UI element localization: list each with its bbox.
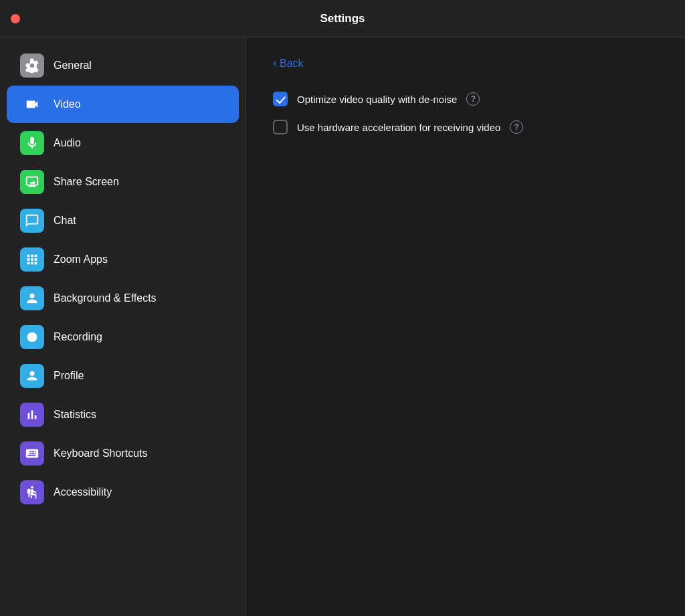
back-button[interactable]: ‹ Back xyxy=(273,56,304,70)
close-button[interactable] xyxy=(11,14,20,23)
sidebar-item-background[interactable]: Background & Effects xyxy=(7,280,239,317)
sidebar-item-zoom-apps-label: Zoom Apps xyxy=(54,253,108,266)
recording-icon xyxy=(20,325,44,349)
sidebar-item-video-label: Video xyxy=(54,98,81,110)
video-icon xyxy=(20,92,44,116)
hwaccel-checkbox[interactable] xyxy=(273,120,288,134)
statistics-icon xyxy=(20,403,44,427)
sidebar: General Video Audio Share Screen xyxy=(0,37,246,616)
content-area: ‹ Back Optimize video quality with de-no… xyxy=(246,37,685,616)
sidebar-item-chat[interactable]: Chat xyxy=(7,202,239,239)
hwaccel-info-icon[interactable]: ? xyxy=(510,120,523,134)
sidebar-item-statistics-label: Statistics xyxy=(54,409,96,421)
sidebar-item-background-label: Background & Effects xyxy=(54,292,157,304)
sidebar-item-general-label: General xyxy=(54,60,92,72)
denoise-info-icon[interactable]: ? xyxy=(466,92,480,106)
sidebar-item-profile-label: Profile xyxy=(54,370,84,382)
sidebar-item-statistics[interactable]: Statistics xyxy=(7,396,239,433)
sidebar-item-recording[interactable]: Recording xyxy=(7,318,239,356)
sidebar-item-profile[interactable]: Profile xyxy=(7,357,239,395)
profile-icon xyxy=(20,364,44,388)
denoise-checkbox[interactable] xyxy=(273,92,288,106)
option-row-denoise: Optimize video quality with de-noise ? xyxy=(273,92,658,106)
back-chevron-icon: ‹ xyxy=(273,56,277,70)
back-label: Back xyxy=(280,58,304,70)
sidebar-item-audio[interactable]: Audio xyxy=(7,124,239,162)
svg-point-1 xyxy=(31,486,33,489)
sidebar-item-keyboard-label: Keyboard Shortcuts xyxy=(54,447,148,459)
sidebar-item-recording-label: Recording xyxy=(54,331,102,343)
zoom-apps-icon xyxy=(20,247,44,272)
denoise-label: Optimize video quality with de-noise xyxy=(297,94,457,105)
window-title: Settings xyxy=(320,12,365,25)
share-screen-icon xyxy=(20,170,44,194)
sidebar-item-chat-label: Chat xyxy=(54,215,76,227)
sidebar-item-zoom-apps[interactable]: Zoom Apps xyxy=(7,241,239,278)
background-icon xyxy=(20,286,44,310)
video-options-list: Optimize video quality with de-noise ? U… xyxy=(273,92,658,134)
main-layout: General Video Audio Share Screen xyxy=(0,37,685,616)
accessibility-icon xyxy=(20,480,44,504)
sidebar-item-accessibility[interactable]: Accessibility xyxy=(7,474,239,511)
sidebar-item-audio-label: Audio xyxy=(54,137,81,149)
sidebar-item-video[interactable]: Video xyxy=(7,86,239,123)
hwaccel-label: Use hardware acceleration for receiving … xyxy=(297,122,500,133)
chat-icon xyxy=(20,209,44,233)
audio-icon xyxy=(20,131,44,155)
svg-point-0 xyxy=(27,332,37,342)
traffic-lights xyxy=(11,14,20,23)
keyboard-icon xyxy=(20,441,44,466)
sidebar-item-keyboard[interactable]: Keyboard Shortcuts xyxy=(7,435,239,472)
general-icon xyxy=(20,54,44,78)
sidebar-item-share-screen-label: Share Screen xyxy=(54,176,119,188)
title-bar: Settings xyxy=(0,0,685,37)
option-row-hwaccel: Use hardware acceleration for receiving … xyxy=(273,120,658,134)
sidebar-item-general[interactable]: General xyxy=(7,47,239,84)
sidebar-item-share-screen[interactable]: Share Screen xyxy=(7,163,239,201)
sidebar-item-accessibility-label: Accessibility xyxy=(54,486,112,498)
